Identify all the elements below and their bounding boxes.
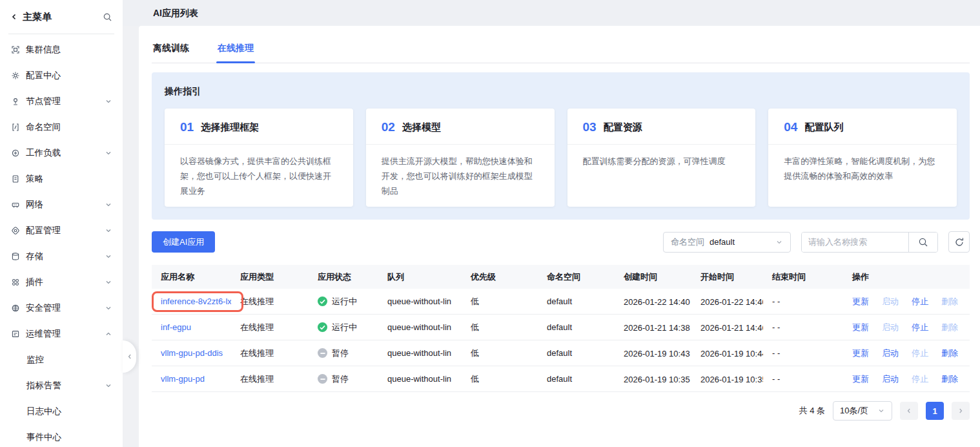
update-link[interactable]: 更新 xyxy=(852,322,869,333)
sidebar-item-monitoring[interactable]: 监控 xyxy=(0,347,123,373)
guide-step-4: 04 配置队列 丰富的弹性策略，智能化调度机制，为您提供流畅的体验和高效的效率 xyxy=(768,109,957,207)
guide-step-1: 01 选择推理框架 以容器镜像方式，提供丰富的公共训练框架，您也可以上传个人框架… xyxy=(165,109,353,207)
table-row: vllm-gpu-pd 在线推理 暂停 queue-without-lin 低 … xyxy=(152,366,970,392)
app-name-link[interactable]: inference-8v2zt6-lx xyxy=(161,296,231,306)
app-name-link[interactable]: inf-egpu xyxy=(161,322,191,332)
col-header-app-name: 应用名称 xyxy=(152,271,231,283)
col-header-namespace: 命名空间 xyxy=(538,271,615,283)
sidebar-item-event-center[interactable]: 事件中心 xyxy=(0,424,123,447)
delete-link[interactable]: 删除 xyxy=(941,373,958,385)
search-input[interactable] xyxy=(802,233,908,252)
step-title: 选择模型 xyxy=(402,121,441,134)
col-header-app-type: 应用类型 xyxy=(231,271,309,283)
sidebar-item-plugin[interactable]: 插件 xyxy=(0,269,123,295)
col-header-started: 开始时间 xyxy=(691,271,763,283)
guide-title: 操作指引 xyxy=(165,86,957,98)
tab-offline-training[interactable]: 离线训练 xyxy=(152,43,190,63)
sidebar-item-storage[interactable]: 存储 xyxy=(0,244,123,269)
sidebar-item-security-management[interactable]: 安全管理 xyxy=(0,295,123,321)
sidebar-item-policy[interactable]: 策略 xyxy=(0,166,123,192)
chevron-down-icon xyxy=(105,304,112,312)
delete-link[interactable]: 删除 xyxy=(941,348,958,359)
network-icon xyxy=(10,200,20,209)
step-description: 提供主流开源大模型，帮助您快速体验和开发，您也可以将训练好的框架生成模型制品 xyxy=(366,145,555,198)
stop-link[interactable]: 停止 xyxy=(912,296,928,307)
delete-link: 删除 xyxy=(941,296,958,307)
search-icon xyxy=(103,12,112,22)
ended-cell: - - xyxy=(763,296,843,306)
sidebar-item-config-management[interactable]: 配置管理 xyxy=(0,218,123,244)
update-link[interactable]: 更新 xyxy=(852,296,869,307)
created-cell: 2026-01-19 10:43 xyxy=(615,348,691,358)
app-name-link[interactable]: vllm-gpu-pd-ddis xyxy=(161,348,223,358)
sidebar-item-node-management[interactable]: 节点管理 xyxy=(0,88,123,114)
actions-cell: 更新 启动 停止 删除 xyxy=(843,322,970,333)
sidebar-item-network[interactable]: 网络 xyxy=(0,192,123,218)
started-cell: 2026-01-19 10:44 xyxy=(691,348,763,358)
operation-guide-panel: 操作指引 01 选择推理框架 以容器镜像方式，提供丰富的公共训练框架，您也可以上… xyxy=(152,72,970,220)
sidebar: 主菜单 集群信息 配置中心 节点管理 命名空间 工作负载 xyxy=(0,0,123,447)
chevron-left-icon xyxy=(127,353,133,360)
start-link[interactable]: 启动 xyxy=(882,373,899,385)
col-header-app-status: 应用状态 xyxy=(309,271,378,283)
next-page-button xyxy=(952,402,970,420)
sidebar-search-button[interactable] xyxy=(103,12,112,22)
chevron-right-icon xyxy=(957,408,964,414)
sidebar-item-ops-management[interactable]: 运维管理 xyxy=(0,321,123,347)
col-header-actions: 操作 xyxy=(843,271,970,283)
chevron-down-icon xyxy=(105,201,112,209)
page-1-button[interactable]: 1 xyxy=(926,402,944,420)
sidebar-item-cluster-info[interactable]: 集群信息 xyxy=(0,37,123,63)
queue-cell: queue-without-lin xyxy=(378,322,462,332)
app-type-cell: 在线推理 xyxy=(231,373,309,385)
stop-link: 停止 xyxy=(912,373,928,385)
sidebar-back-button[interactable]: 主菜单 xyxy=(10,11,52,23)
priority-cell: 低 xyxy=(462,348,538,359)
guide-step-2: 02 选择模型 提供主流开源大模型，帮助您快速体验和开发，您也可以将训练好的框架… xyxy=(366,109,555,207)
chevron-down-icon xyxy=(105,278,112,286)
config-management-icon xyxy=(10,226,20,235)
queue-cell: queue-without-lin xyxy=(378,296,462,306)
update-link[interactable]: 更新 xyxy=(852,373,869,385)
update-link[interactable]: 更新 xyxy=(852,348,869,359)
queue-cell: queue-without-lin xyxy=(378,348,462,358)
step-description: 配置训练需要分配的资源，可弹性调度 xyxy=(567,145,756,169)
sidebar-collapse-handle[interactable] xyxy=(123,340,136,373)
start-link[interactable]: 启动 xyxy=(882,348,899,359)
sidebar-item-log-center[interactable]: 日志中心 xyxy=(0,399,123,424)
created-cell: 2026-01-19 10:35 xyxy=(615,373,691,384)
table-toolbar: 创建AI应用 命名空间 default xyxy=(152,231,970,253)
started-cell: 2026-01-22 14:40 xyxy=(691,296,763,306)
tab-online-inference[interactable]: 在线推理 xyxy=(216,43,255,63)
step-description: 以容器镜像方式，提供丰富的公共训练框架，您也可以上传个人框架，以便快速开展业务 xyxy=(165,145,353,198)
search-icon xyxy=(918,237,928,247)
workload-icon xyxy=(10,149,20,158)
app-name-link[interactable]: vllm-gpu-pd xyxy=(161,374,205,384)
config-center-icon xyxy=(10,71,20,80)
stop-link[interactable]: 停止 xyxy=(912,322,928,333)
sidebar-item-workload[interactable]: 工作负载 xyxy=(0,140,123,166)
policy-icon xyxy=(10,174,20,183)
search-button[interactable] xyxy=(908,233,937,252)
delete-link: 删除 xyxy=(941,322,958,333)
started-cell: 2026-01-19 10:35 xyxy=(691,373,763,384)
namespace-select[interactable]: 命名空间 default xyxy=(663,232,791,253)
refresh-button[interactable] xyxy=(948,231,970,253)
chevron-left-icon xyxy=(10,13,18,21)
total-count: 共 4 条 xyxy=(799,405,825,417)
namespace-cell: default xyxy=(538,348,615,358)
sidebar-item-config-center[interactable]: 配置中心 xyxy=(0,63,123,88)
actions-cell: 更新 启动 停止 删除 xyxy=(843,348,970,359)
sidebar-item-namespace[interactable]: 命名空间 xyxy=(0,114,123,140)
namespace-cell: default xyxy=(538,296,615,306)
create-ai-app-button[interactable]: 创建AI应用 xyxy=(152,231,215,253)
sidebar-item-metric-alerts[interactable]: 指标告警 xyxy=(0,373,123,399)
table-header-row: 应用名称 应用类型 应用状态 队列 优先级 命名空间 创建时间 开始时间 结束时… xyxy=(152,265,970,289)
priority-cell: 低 xyxy=(462,322,538,333)
node-management-icon xyxy=(10,97,20,106)
step-number: 04 xyxy=(784,120,797,134)
sidebar-menu: 集群信息 配置中心 节点管理 命名空间 工作负载 策略 网络 xyxy=(0,34,123,447)
page-size-select[interactable]: 10条/页 xyxy=(833,401,892,421)
namespace-icon xyxy=(10,123,20,132)
ended-cell: - - xyxy=(763,374,843,384)
